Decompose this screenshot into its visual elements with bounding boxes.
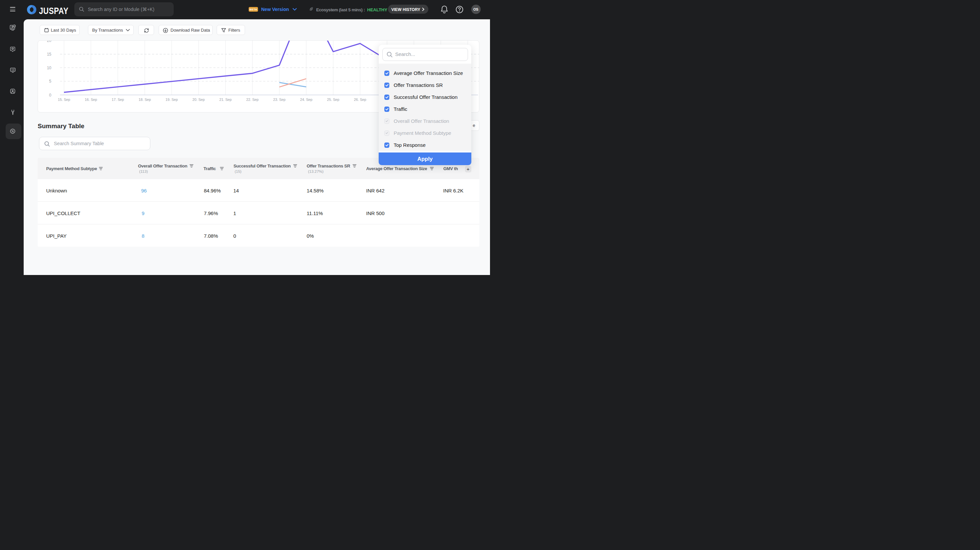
svg-text:26. Sep: 26. Sep (354, 98, 366, 101)
svg-text:23. Sep: 23. Sep (273, 98, 285, 101)
svg-text:15. Sep: 15. Sep (58, 98, 70, 101)
svg-text:18. Sep: 18. Sep (138, 98, 151, 101)
svg-text:17. Sep: 17. Sep (111, 98, 124, 101)
svg-text:19. Sep: 19. Sep (165, 98, 178, 101)
svg-text:0: 0 (49, 93, 51, 98)
svg-text:16. Sep: 16. Sep (85, 98, 97, 101)
svg-text:21. Sep: 21. Sep (219, 98, 231, 101)
svg-text:20: 20 (47, 41, 51, 43)
svg-text:15: 15 (47, 52, 51, 57)
svg-text:25. Sep: 25. Sep (327, 98, 339, 101)
svg-text:20. Sep: 20. Sep (192, 98, 205, 101)
svg-text:22. Sep: 22. Sep (246, 98, 258, 101)
svg-text:10: 10 (47, 66, 51, 70)
svg-text:24. Sep: 24. Sep (300, 98, 312, 101)
svg-text:5: 5 (49, 79, 51, 84)
